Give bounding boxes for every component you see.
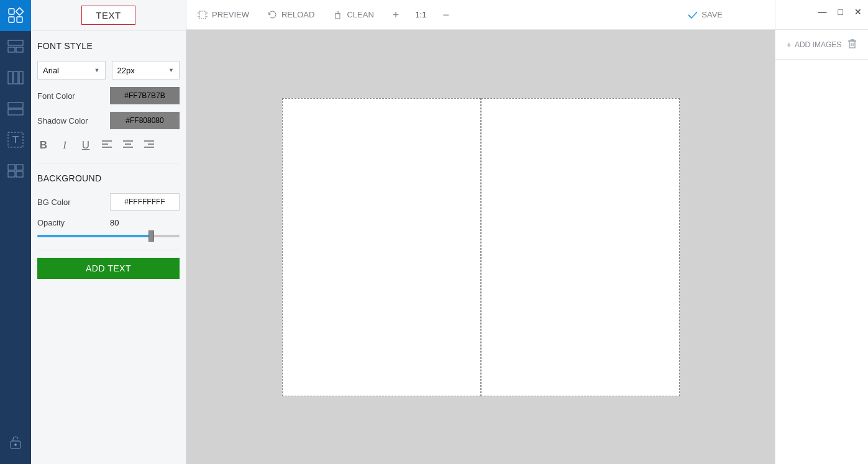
- bg-color-swatch[interactable]: #FFFFFFFF: [110, 193, 180, 211]
- trash-icon[interactable]: [847, 39, 857, 50]
- svg-rect-9: [19, 71, 23, 84]
- page-left-half[interactable]: [282, 98, 481, 396]
- svg-rect-11: [8, 109, 23, 115]
- right-column: + ADD IMAGES: [775, 0, 868, 464]
- stage: PREVIEW RELOAD CLEAN + 1:1 − SAVE: [186, 0, 775, 464]
- add-text-button[interactable]: ADD TEXT: [37, 258, 180, 279]
- text-frame-icon[interactable]: [0, 124, 31, 155]
- svg-rect-3: [17, 17, 22, 22]
- format-row: B I U: [31, 133, 186, 161]
- svg-rect-5: [8, 47, 15, 52]
- font-color-swatch[interactable]: #FF7B7B7B: [110, 87, 180, 104]
- font-family-select[interactable]: Arial ▼: [37, 61, 106, 80]
- svg-rect-6: [16, 47, 23, 52]
- svg-rect-14: [16, 165, 23, 170]
- align-right-button[interactable]: [143, 139, 155, 152]
- font-family-value: Arial: [43, 66, 59, 75]
- svg-rect-1: [16, 7, 23, 15]
- tab-text[interactable]: TEXT: [81, 6, 135, 25]
- divider: [37, 250, 180, 250]
- canvas-page[interactable]: [282, 98, 680, 396]
- opacity-value: 80: [110, 218, 180, 227]
- svg-rect-13: [8, 165, 15, 170]
- chevron-down-icon: ▼: [94, 67, 100, 73]
- svg-rect-28: [199, 11, 206, 19]
- section-title-fontstyle: FONT STYLE: [31, 39, 186, 57]
- reload-label: RELOAD: [281, 10, 314, 19]
- svg-point-18: [15, 444, 17, 446]
- save-label: SAVE: [701, 10, 723, 19]
- zoom-out-button[interactable]: −: [442, 9, 449, 20]
- shadow-color-swatch[interactable]: #FF808080: [110, 112, 180, 129]
- svg-rect-15: [8, 171, 15, 177]
- window-maximize-button[interactable]: □: [838, 7, 843, 16]
- plus-icon: +: [787, 40, 792, 50]
- save-button[interactable]: SAVE: [688, 10, 723, 19]
- preview-label: PREVIEW: [212, 10, 249, 19]
- clean-label: CLEAN: [347, 10, 373, 19]
- font-color-label: Font Color: [37, 91, 104, 101]
- svg-rect-16: [16, 171, 23, 177]
- zoom-ratio[interactable]: 1:1: [415, 10, 426, 19]
- zoom-in-button[interactable]: +: [393, 9, 400, 20]
- svg-rect-34: [849, 41, 855, 48]
- grid4-icon[interactable]: [0, 155, 31, 186]
- app-logo[interactable]: [0, 0, 31, 31]
- layout-col-icon[interactable]: [0, 62, 31, 93]
- align-center-button[interactable]: [122, 139, 134, 152]
- window-close-button[interactable]: ✕: [854, 7, 862, 16]
- window-minimize-button[interactable]: —: [818, 7, 827, 16]
- reload-button[interactable]: RELOAD: [268, 10, 314, 19]
- zoom-controls: + 1:1 −: [393, 9, 449, 20]
- bg-color-label: BG Color: [37, 198, 104, 207]
- panel-tab-row: TEXT: [31, 0, 186, 31]
- add-images-button[interactable]: + ADD IMAGES: [787, 40, 842, 50]
- add-images-label: ADD IMAGES: [795, 40, 841, 49]
- opacity-slider[interactable]: [31, 231, 186, 248]
- properties-panel: TEXT FONT STYLE Arial ▼ 22px ▼ Font Colo…: [31, 0, 186, 464]
- bold-button[interactable]: B: [37, 139, 50, 152]
- shadow-color-label: Shadow Color: [37, 116, 104, 125]
- left-rail: [0, 0, 31, 464]
- clean-button[interactable]: CLEAN: [333, 10, 373, 19]
- svg-rect-4: [8, 40, 23, 45]
- svg-rect-2: [9, 17, 14, 22]
- window-controls: — □ ✕: [818, 7, 862, 16]
- svg-rect-10: [8, 102, 23, 108]
- chevron-down-icon: ▼: [168, 67, 174, 73]
- canvas-area[interactable]: [186, 30, 775, 464]
- opacity-label: Opacity: [37, 218, 104, 227]
- svg-rect-0: [9, 9, 14, 14]
- divider: [37, 163, 180, 163]
- layout-stack-icon[interactable]: [0, 93, 31, 124]
- svg-rect-33: [336, 14, 340, 19]
- svg-rect-8: [14, 71, 18, 84]
- preview-button[interactable]: PREVIEW: [198, 10, 249, 19]
- section-title-background: BACKGROUND: [31, 171, 186, 189]
- lock-icon[interactable]: [0, 427, 31, 458]
- layout-row-icon[interactable]: [0, 31, 31, 62]
- font-size-select[interactable]: 22px ▼: [112, 61, 180, 80]
- font-size-value: 22px: [117, 66, 135, 75]
- italic-button[interactable]: I: [58, 139, 71, 152]
- page-right-half[interactable]: [481, 98, 680, 396]
- top-toolbar: PREVIEW RELOAD CLEAN + 1:1 − SAVE: [186, 0, 775, 30]
- svg-rect-7: [8, 71, 12, 84]
- underline-button[interactable]: U: [80, 139, 92, 152]
- align-left-button[interactable]: [101, 139, 113, 152]
